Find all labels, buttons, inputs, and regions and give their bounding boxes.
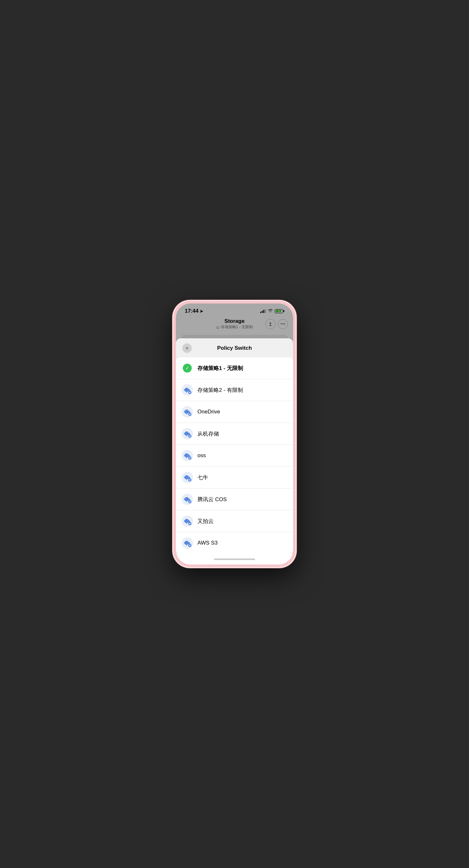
policy-item-icon: ✓ <box>182 363 193 374</box>
policy-item-label: 腾讯云 COS <box>198 496 227 503</box>
policy-item-icon <box>182 537 193 549</box>
phone-frame: 17:44 ➤ <box>173 300 296 568</box>
policy-sheet: × Policy Switch ✓存储策略1 - 无限制 存储策略2 - 有限制… <box>176 338 293 564</box>
policy-item-label: 存储策略2 - 有限制 <box>198 386 243 394</box>
policy-item-icon <box>182 450 193 461</box>
policy-item[interactable]: AWS S3 <box>176 532 293 554</box>
policy-item-icon <box>182 384 193 396</box>
policy-sheet-title: Policy Switch <box>217 345 252 351</box>
policy-item-icon <box>182 516 193 527</box>
policy-close-button[interactable]: × <box>182 343 192 353</box>
policy-item-icon <box>182 428 193 439</box>
policy-item-label: 又拍云 <box>198 518 213 525</box>
policy-item-icon <box>182 494 193 505</box>
policy-item-icon <box>182 406 193 417</box>
policy-item-label: 七牛 <box>198 474 208 481</box>
policy-item[interactable]: ✓存储策略1 - 无限制 <box>176 357 293 379</box>
home-indicator <box>176 554 293 564</box>
policy-item-label: oss <box>198 453 206 459</box>
policy-item[interactable]: oss <box>176 444 293 466</box>
policy-item[interactable]: 从机存储 <box>176 423 293 444</box>
policy-item[interactable]: OneDrive <box>176 401 293 423</box>
policy-item-label: 从机存储 <box>198 430 219 437</box>
policy-item[interactable]: 存储策略2 - 有限制 <box>176 379 293 401</box>
policy-item-icon <box>182 472 193 483</box>
policy-list: ✓存储策略1 - 无限制 存储策略2 - 有限制 OneDrive 从机存储 <box>176 357 293 554</box>
home-bar <box>214 558 255 560</box>
policy-item[interactable]: 又拍云 <box>176 510 293 532</box>
check-icon: ✓ <box>183 364 192 373</box>
policy-item[interactable]: 七牛 <box>176 466 293 488</box>
policy-item[interactable]: 腾讯云 COS <box>176 488 293 510</box>
policy-item-label: AWS S3 <box>198 540 218 546</box>
policy-item-label: 存储策略1 - 无限制 <box>198 365 243 372</box>
policy-item-label: OneDrive <box>198 409 220 415</box>
phone-screen: 17:44 ➤ <box>176 304 293 564</box>
policy-header: × Policy Switch <box>176 338 293 357</box>
